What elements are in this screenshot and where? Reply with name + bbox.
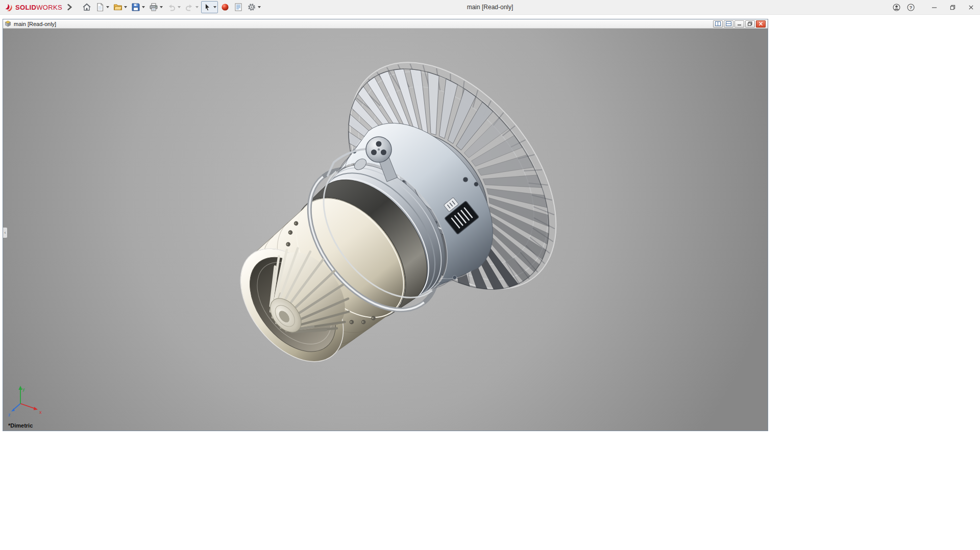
account-button[interactable] (889, 0, 903, 15)
printer-icon (149, 3, 158, 12)
app-titlebar[interactable]: SOLIDWORKS (0, 0, 980, 15)
help-icon: ? (906, 3, 915, 12)
chevron-right-icon (65, 3, 74, 11)
home-button[interactable] (81, 1, 93, 13)
redo-button[interactable] (183, 1, 200, 13)
dropdown-caret[interactable] (124, 6, 127, 8)
user-icon (892, 3, 901, 12)
new-document-icon (95, 3, 105, 12)
document-titlebar[interactable]: main [Read-only] (3, 19, 768, 29)
options-button[interactable] (246, 1, 262, 13)
document-window: main [Read-only] (3, 19, 768, 431)
document-close-button[interactable] (756, 20, 766, 28)
quick-access-toolbar (81, 1, 262, 13)
document-minimize-button[interactable] (734, 20, 744, 28)
undo-button[interactable] (165, 1, 182, 13)
maximize-button[interactable] (943, 0, 962, 15)
close-button[interactable] (962, 0, 980, 15)
client-area: main [Read-only] (0, 15, 980, 549)
restore-icon (747, 21, 753, 26)
split-horizontal-icon (726, 21, 731, 26)
print-button[interactable] (148, 1, 164, 13)
red-sphere-icon (220, 3, 230, 12)
svg-text:?: ? (909, 5, 912, 10)
new-document-button[interactable] (94, 1, 111, 13)
viewport-split-vertical-button[interactable] (713, 20, 723, 28)
undo-icon (167, 3, 176, 12)
dropdown-caret[interactable] (160, 6, 163, 8)
panel-collapse-tab[interactable]: ‹ (3, 227, 8, 238)
redo-icon (185, 3, 194, 12)
gear-icon (247, 3, 256, 12)
triad-y-label: y (22, 387, 25, 392)
dropdown-caret[interactable] (213, 6, 216, 8)
assembly-icon (5, 20, 11, 27)
graphics-viewport[interactable]: x y z *Dimetric ‹ (3, 29, 768, 431)
lifecycle-button[interactable] (219, 1, 231, 13)
open-folder-icon (113, 3, 122, 12)
dropdown-caret[interactable] (195, 6, 199, 8)
document-restore-button[interactable] (745, 20, 755, 28)
minimize-icon (737, 21, 742, 26)
dropdown-caret[interactable] (258, 6, 261, 8)
triad-z-label: z (8, 412, 11, 417)
view-orientation-label: *Dimetric (8, 422, 33, 429)
brand-works-text: WORKS (36, 4, 62, 11)
window-title: main [Read-only] (467, 0, 513, 15)
dropdown-caret[interactable] (106, 6, 109, 8)
toolbar-expand-button[interactable] (65, 1, 74, 13)
graphics-scene: x y z (3, 29, 768, 431)
brand-solid-text: SOLID (15, 4, 36, 11)
close-icon (968, 5, 974, 10)
triad-x-label: x (39, 410, 42, 415)
titlebar-right-controls: ? (889, 0, 980, 15)
file-properties-button[interactable] (232, 1, 244, 13)
dropdown-caret[interactable] (142, 6, 145, 8)
close-icon (758, 21, 764, 26)
save-button[interactable] (130, 1, 146, 13)
split-vertical-icon (715, 21, 721, 26)
minimize-button[interactable] (925, 0, 943, 15)
solidworks-swoosh-icon (4, 3, 14, 12)
help-button[interactable]: ? (903, 0, 918, 15)
restore-icon (950, 5, 955, 10)
document-properties-icon (234, 3, 243, 12)
cursor-arrow-icon (203, 3, 212, 12)
viewport-split-horizontal-button[interactable] (724, 20, 733, 28)
save-icon (131, 3, 140, 12)
solidworks-logo: SOLIDWORKS (4, 3, 62, 12)
document-title: main [Read-only] (14, 21, 56, 27)
open-button[interactable] (112, 1, 129, 13)
select-tool-button[interactable] (201, 1, 218, 13)
brand-text: SOLIDWORKS (15, 4, 62, 11)
minimize-icon (932, 5, 937, 10)
home-icon (82, 3, 91, 12)
document-window-buttons (713, 20, 766, 28)
dropdown-caret[interactable] (178, 6, 181, 8)
